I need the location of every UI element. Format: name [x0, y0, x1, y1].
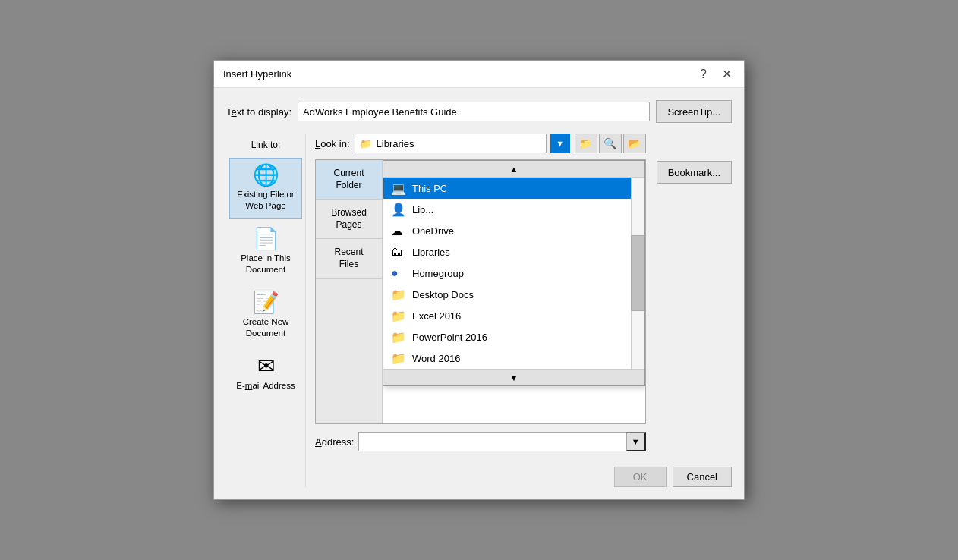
address-input-wrapper: ▼	[358, 432, 645, 451]
file-list-area: ▲ 💻 This PC 👤 Lib...	[383, 160, 645, 423]
close-button[interactable]: ✕	[719, 68, 735, 80]
user-icon: 👤	[391, 203, 406, 217]
existing-file-icon: 🌐	[253, 165, 279, 186]
email-address-label: E-mail Address	[236, 380, 295, 392]
word-2016-label: Word 2016	[412, 353, 460, 364]
content-area: Look in: 📁 Libraries ▼ 📁 🔍 📂	[306, 134, 732, 487]
desktop-docs-icon: 📁	[391, 288, 406, 302]
dialog-title: Insert Hyperlink	[223, 68, 291, 80]
onedrive-icon: ☁	[391, 224, 406, 238]
create-new-label: Create New Document	[243, 316, 289, 339]
create-new-icon: 📝	[253, 292, 279, 313]
dropdown-list: ▲ 💻 This PC 👤 Lib...	[383, 160, 645, 386]
nav-item-place-in-document[interactable]: 📄 Place in This Document	[229, 222, 302, 282]
address-input[interactable]	[358, 432, 645, 451]
nav-item-existing-file[interactable]: 🌐 Existing File or Web Page	[229, 158, 302, 219]
place-in-document-label: Place in This Document	[241, 253, 291, 275]
file-browser: Look in: 📁 Libraries ▼ 📁 🔍 📂	[306, 134, 646, 451]
address-row: Address: ▼	[315, 432, 646, 451]
excel-2016-label: Excel 2016	[412, 310, 461, 322]
place-in-document-icon: 📄	[253, 228, 279, 250]
text-to-display-input[interactable]	[298, 102, 650, 121]
browsed-pages-btn[interactable]: BrowsedPages	[316, 200, 382, 239]
link-to-label: Link to:	[226, 137, 305, 156]
right-side-buttons: Bookmark...	[646, 134, 732, 451]
browse-area: CurrentFolder BrowsedPages RecentFiles ▲	[315, 159, 646, 424]
dropdown-item-this-pc[interactable]: 💻 This PC	[383, 178, 644, 199]
existing-file-label: Existing File or Web Page	[237, 189, 294, 212]
word-2016-icon: 📁	[391, 351, 406, 366]
look-in-row: Look in: 📁 Libraries ▼ 📁 🔍 📂	[315, 134, 646, 153]
libraries-icon: 🗂	[391, 245, 406, 259]
libraries-label: Libraries	[412, 247, 450, 258]
title-controls: ? ✕	[697, 68, 735, 80]
scroll-up-btn[interactable]: ▲	[383, 161, 644, 178]
dropdown-item-excel-2016[interactable]: 📁 Excel 2016	[383, 305, 644, 326]
dropdown-item-libraries[interactable]: 🗂 Libraries	[383, 241, 644, 263]
bottom-buttons: OK Cancel	[306, 461, 732, 487]
current-folder-btn[interactable]: CurrentFolder	[316, 160, 382, 200]
toolbar-btn-1[interactable]: 📁	[575, 134, 597, 153]
this-pc-icon: 💻	[391, 181, 406, 196]
user-label: Lib...	[412, 204, 433, 216]
text-to-display-row: Text to display: ScreenTip...	[226, 100, 732, 123]
toolbar-btn-2[interactable]: 🔍	[599, 134, 622, 153]
nav-item-email-address[interactable]: ✉ E-mail Address	[229, 349, 302, 398]
help-button[interactable]: ?	[697, 68, 710, 80]
text-to-display-label: Text to display:	[226, 106, 291, 118]
insert-hyperlink-dialog: Insert Hyperlink ? ✕ Text to display: Sc…	[213, 60, 745, 500]
address-dropdown-arrow[interactable]: ▼	[626, 432, 646, 451]
dropdown-item-user[interactable]: 👤 Lib...	[383, 199, 644, 220]
homegroup-icon: ●	[391, 266, 406, 280]
look-in-label: Look in:	[315, 138, 350, 149]
homegroup-label: Homegroup	[412, 268, 464, 279]
content-right: Look in: 📁 Libraries ▼ 📁 🔍 📂	[306, 134, 732, 451]
excel-2016-icon: 📁	[391, 309, 406, 323]
screentip-button[interactable]: ScreenTip...	[656, 100, 732, 123]
recent-files-btn[interactable]: RecentFiles	[316, 239, 382, 278]
left-nav: Link to: 🌐 Existing File or Web Page 📄 P…	[226, 134, 306, 487]
powerpoint-2016-icon: 📁	[391, 330, 406, 344]
this-pc-label: This PC	[412, 183, 447, 194]
cancel-button[interactable]: Cancel	[673, 467, 732, 487]
dropdown-item-word-2016[interactable]: 📁 Word 2016	[383, 348, 644, 369]
main-area: Link to: 🌐 Existing File or Web Page 📄 P…	[226, 134, 732, 487]
bookmark-button[interactable]: Bookmark...	[657, 161, 732, 184]
scrollbar-thumb[interactable]	[631, 235, 644, 312]
dropdown-item-powerpoint-2016[interactable]: 📁 PowerPoint 2016	[383, 326, 644, 348]
ok-button[interactable]: OK	[614, 467, 667, 487]
toolbar-btn-3[interactable]: 📂	[623, 134, 646, 153]
scroll-down-btn[interactable]: ▼	[383, 369, 644, 385]
onedrive-label: OneDrive	[412, 225, 454, 237]
dropdown-item-homegroup[interactable]: ● Homegroup	[383, 263, 644, 284]
look-in-dropdown-arrow[interactable]: ▼	[550, 134, 570, 153]
scrollbar-track	[631, 178, 644, 369]
dropdown-item-onedrive[interactable]: ☁ OneDrive	[383, 220, 644, 241]
side-buttons: CurrentFolder BrowsedPages RecentFiles	[316, 160, 383, 423]
title-bar: Insert Hyperlink ? ✕	[214, 61, 744, 88]
powerpoint-2016-label: PowerPoint 2016	[412, 332, 487, 343]
nav-item-create-new[interactable]: 📝 Create New Document	[229, 285, 302, 346]
address-label: Address:	[315, 436, 354, 448]
toolbar-buttons: 📁 🔍 📂	[575, 134, 646, 153]
email-address-icon: ✉	[257, 356, 275, 377]
look-in-folder-name: Libraries	[377, 138, 541, 149]
desktop-docs-label: Desktop Docs	[412, 289, 474, 300]
look-in-selector[interactable]: 📁 Libraries	[355, 134, 547, 153]
dialog-body: Text to display: ScreenTip... Link to: 🌐…	[214, 88, 744, 499]
dropdown-item-desktop-docs[interactable]: 📁 Desktop Docs	[383, 284, 644, 305]
look-in-folder-icon: 📁	[360, 138, 372, 149]
